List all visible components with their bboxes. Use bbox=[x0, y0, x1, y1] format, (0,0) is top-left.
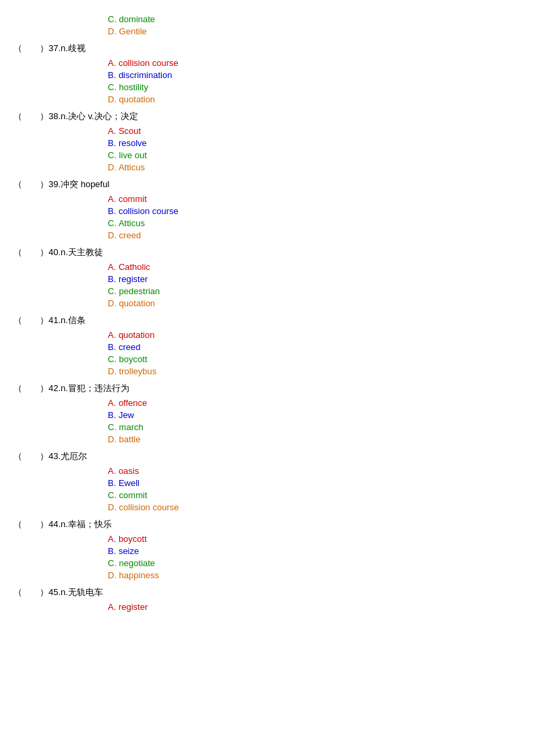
q41-option-d: D. trolleybus bbox=[108, 366, 535, 377]
question-42-paren: （ ）42.n.冒犯；违法行为 bbox=[0, 382, 129, 394]
question-37-options: A. collision course B. discrimination C.… bbox=[0, 57, 535, 105]
question-45: （ ）45.n.无轨电车 bbox=[0, 585, 535, 600]
prev-options-block: C. dominate D. Gentile bbox=[0, 13, 535, 37]
q42-option-c: C. march bbox=[108, 421, 535, 433]
q44-option-a: A. boycott bbox=[108, 533, 535, 545]
question-44: （ ）44.n.幸福；快乐 bbox=[0, 517, 535, 532]
q44-option-c: C. negotiate bbox=[108, 557, 535, 569]
q42-option-a: A. offence bbox=[108, 397, 535, 409]
q37-option-d: D. quotation bbox=[108, 94, 535, 105]
q43-option-b: B. Ewell bbox=[108, 477, 535, 489]
question-40-options: A. Catholic B. register C. pedestrian D.… bbox=[0, 261, 535, 309]
q42-option-d: D. battle bbox=[108, 434, 535, 445]
q41-option-c: C. boycott bbox=[108, 353, 535, 365]
q37-option-c: C. hostility bbox=[108, 81, 535, 93]
q45-option-a: A. register bbox=[108, 601, 535, 613]
question-43-options: A. oasis B. Ewell C. commit D. collision… bbox=[0, 465, 535, 513]
prev-option-c: C. dominate bbox=[108, 13, 535, 25]
q39-option-c: C. Atticus bbox=[108, 217, 535, 229]
q40-option-b: B. register bbox=[108, 273, 535, 285]
question-41: （ ）41.n.信条 bbox=[0, 313, 535, 328]
q40-option-d: D. quotation bbox=[108, 298, 535, 309]
question-40-paren: （ ）40.n.天主教徒 bbox=[0, 246, 103, 259]
question-37: （ ）37.n.歧视 bbox=[0, 41, 535, 56]
q39-option-b: B. collision course bbox=[108, 205, 535, 217]
question-41-paren: （ ）41.n.信条 bbox=[0, 314, 86, 327]
q42-option-b: B. Jew bbox=[108, 409, 535, 421]
question-39-options: A. commit B. collision course C. Atticus… bbox=[0, 193, 535, 241]
question-39-paren: （ ）39.冲突 hopeful bbox=[0, 178, 109, 191]
q38-option-d: D. Atticus bbox=[108, 162, 535, 173]
q43-option-c: C. commit bbox=[108, 489, 535, 501]
prev-option-d: D. Gentile bbox=[108, 26, 535, 37]
q41-option-b: B. creed bbox=[108, 341, 535, 353]
question-45-paren: （ ）45.n.无轨电车 bbox=[0, 586, 103, 598]
q43-option-a: A. oasis bbox=[108, 465, 535, 477]
q37-option-a: A. collision course bbox=[108, 57, 535, 69]
q39-option-d: D. creed bbox=[108, 230, 535, 241]
q44-option-d: D. happiness bbox=[108, 570, 535, 581]
question-43-paren: （ ）43.尤厄尔 bbox=[0, 450, 87, 462]
question-44-options: A. boycott B. seize C. negotiate D. happ… bbox=[0, 533, 535, 581]
q38-option-b: B. resolve bbox=[108, 137, 535, 149]
q38-option-c: C. live out bbox=[108, 149, 535, 161]
question-38: （ ）38.n.决心 v.决心；决定 bbox=[0, 109, 535, 124]
q39-option-a: A. commit bbox=[108, 193, 535, 205]
question-44-paren: （ ）44.n.幸福；快乐 bbox=[0, 518, 112, 530]
question-43: （ ）43.尤厄尔 bbox=[0, 449, 535, 464]
q44-option-b: B. seize bbox=[108, 545, 535, 557]
q38-option-a: A. Scout bbox=[108, 125, 535, 137]
question-39: （ ）39.冲突 hopeful bbox=[0, 177, 535, 192]
q40-option-c: C. pedestrian bbox=[108, 285, 535, 297]
question-38-options: A. Scout B. resolve C. live out D. Attic… bbox=[0, 125, 535, 173]
question-42: （ ）42.n.冒犯；违法行为 bbox=[0, 381, 535, 396]
question-42-options: A. offence B. Jew C. march D. battle bbox=[0, 397, 535, 445]
q43-option-d: D. collision course bbox=[108, 502, 535, 513]
question-37-paren: （ ）37.n.歧视 bbox=[0, 42, 86, 55]
q40-option-a: A. Catholic bbox=[108, 261, 535, 273]
question-40: （ ）40.n.天主教徒 bbox=[0, 245, 535, 260]
q37-option-b: B. discrimination bbox=[108, 69, 535, 81]
question-38-paren: （ ）38.n.决心 v.决心；决定 bbox=[0, 110, 138, 123]
question-41-options: A. quotation B. creed C. boycott D. trol… bbox=[0, 329, 535, 377]
q41-option-a: A. quotation bbox=[108, 329, 535, 341]
question-45-options: A. register bbox=[0, 601, 535, 613]
